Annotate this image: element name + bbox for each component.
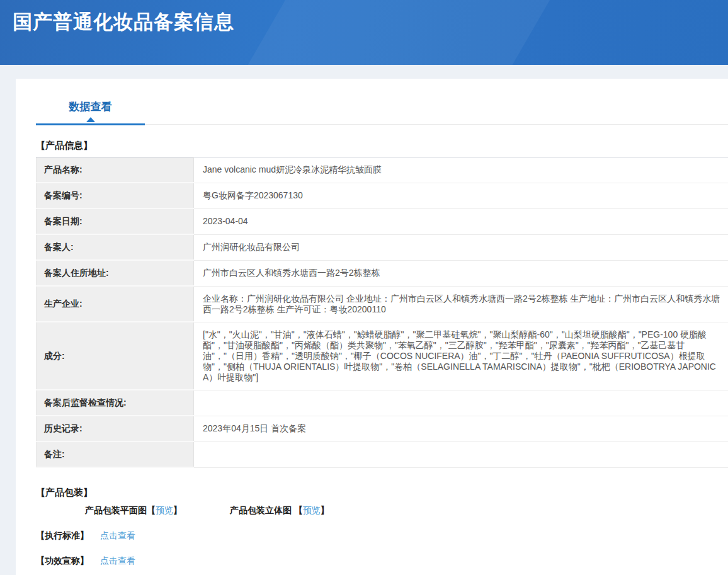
packaging-flat-label: 产品包装平面图 <box>85 505 147 515</box>
row-value <box>194 390 728 416</box>
row-value: 企业名称：广州润研化妆品有限公司 企业地址：广州市白云区人和镇秀水塘西一路2号2… <box>194 286 728 322</box>
tab-bar: 数据查看 <box>36 79 728 125</box>
packaging-stereo-label: 产品包装立体图 <box>230 505 292 515</box>
row-label: 备案人: <box>37 234 194 260</box>
table-row: 备案人住所地址: 广州市白云区人和镇秀水塘西一路2号2栋整栋 <box>37 260 728 286</box>
row-label: 产品名称: <box>37 157 194 183</box>
row-label: 备案人住所地址: <box>37 260 194 286</box>
table-row: 产品名称: Jane volcanic mud妍泥冷泉冰泥精华抗皱面膜 <box>37 157 728 183</box>
row-value: ["水"，"火山泥"，"甘油"，"液体石蜡"，"鲸蜡硬脂醇"，"聚二甲基硅氧烷"… <box>194 322 728 390</box>
packaging-row: 产品包装平面图【预览】 产品包装立体图 【预览】 <box>85 505 728 516</box>
row-label: 备案后监督检查情况: <box>37 390 194 416</box>
table-row: 备案日期: 2023-04-04 <box>37 208 728 234</box>
table-row: 备案后监督检查情况: <box>37 390 728 416</box>
row-value: 粤G妆网备字2023067130 <box>194 183 728 208</box>
efficacy-claim-label: 【功效宣称】 <box>36 555 89 567</box>
table-row: 备案人: 广州润研化妆品有限公司 <box>37 234 728 260</box>
packaging-flat-item: 产品包装平面图【预览】 <box>85 505 182 516</box>
efficacy-claim-view-link[interactable]: 点击查看 <box>100 555 135 566</box>
row-label: 历史记录: <box>37 416 194 441</box>
table-row: 备注: <box>37 441 728 467</box>
main-area: 数据查看 【产品信息】 产品名称: Jane volcanic mud妍泥冷泉冰… <box>0 65 728 575</box>
bracket-open: 【 <box>147 505 156 515</box>
page-header: 国产普通化妆品备案信息 <box>0 0 728 65</box>
packaging-flat-preview-link[interactable]: 预览 <box>156 505 173 515</box>
table-row: 成分: ["水"，"火山泥"，"甘油"，"液体石蜡"，"鲸蜡硬脂醇"，"聚二甲基… <box>37 322 728 390</box>
efficacy-claim-row: 【功效宣称】 点击查看 <box>36 555 728 567</box>
content-card: 数据查看 【产品信息】 产品名称: Jane volcanic mud妍泥冷泉冰… <box>16 79 728 575</box>
bracket-close: 】 <box>173 505 182 515</box>
table-row: 生产企业: 企业名称：广州润研化妆品有限公司 企业地址：广州市白云区人和镇秀水塘… <box>37 286 728 322</box>
section-title-packaging: 【产品包装】 <box>36 487 728 499</box>
row-label: 备案日期: <box>37 208 194 234</box>
packaging-stereo-preview-link[interactable]: 预览 <box>303 505 321 515</box>
row-value <box>194 441 728 467</box>
product-info-table: 产品名称: Jane volcanic mud妍泥冷泉冰泥精华抗皱面膜 备案编号… <box>36 157 728 468</box>
row-label: 生产企业: <box>37 286 194 322</box>
bracket-close: 】 <box>321 505 329 515</box>
row-label: 备案编号: <box>37 183 194 208</box>
row-value: 广州润研化妆品有限公司 <box>194 234 728 260</box>
table-row: 历史记录: 2023年04月15日 首次备案 <box>37 416 728 441</box>
row-value: 2023-04-04 <box>194 208 728 234</box>
row-label: 成分: <box>37 322 194 390</box>
exec-standard-row: 【执行标准】 点击查看 <box>36 530 728 542</box>
exec-standard-view-link[interactable]: 点击查看 <box>100 530 135 540</box>
row-label: 备注: <box>37 441 194 467</box>
tab-data-view[interactable]: 数据查看 <box>36 100 145 125</box>
row-value: 2023年04月15日 首次备案 <box>194 416 728 441</box>
page-title: 国产普通化妆品备案信息 <box>13 9 728 35</box>
packaging-stereo-item: 产品包装立体图 【预览】 <box>230 505 329 516</box>
bracket-open: 【 <box>294 505 303 515</box>
row-value: Jane volcanic mud妍泥冷泉冰泥精华抗皱面膜 <box>194 157 728 183</box>
section-title-product-info: 【产品信息】 <box>36 140 728 152</box>
row-value: 广州市白云区人和镇秀水塘西一路2号2栋整栋 <box>194 260 728 286</box>
exec-standard-label: 【执行标准】 <box>36 530 89 542</box>
table-row: 备案编号: 粤G妆网备字2023067130 <box>37 183 728 208</box>
